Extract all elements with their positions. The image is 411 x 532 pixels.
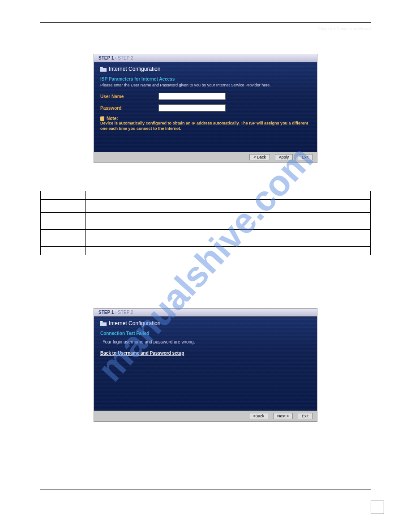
description-table: LABEL DESCRIPTION ISP Parameter for Inte…: [40, 191, 371, 255]
figure-1-caption: Figure 19 Connection Wizard: ISP Paramet…: [40, 44, 371, 49]
step-inactive: STEP 2: [118, 310, 133, 315]
isp-params-title: ISP Parameters for Internet Access: [100, 77, 311, 82]
back-button[interactable]: < Back: [249, 154, 270, 160]
fail-message: Your login username and password are wro…: [103, 339, 311, 344]
password-label: Password: [100, 106, 154, 111]
step-active: STEP 1: [98, 310, 114, 315]
password-input[interactable]: [158, 104, 226, 112]
panel-footer-1: < Back Apply Exit: [94, 152, 317, 163]
chapter-header: Chapter 4 Connection Wizard: [40, 26, 371, 31]
note-label: Note:: [100, 116, 311, 121]
folder-icon: [100, 321, 107, 326]
table-header-desc: DESCRIPTION: [86, 191, 371, 200]
wizard-steps: STEP 1 › STEP 2: [94, 54, 317, 62]
page-number: 61: [371, 501, 384, 514]
step-inactive: STEP 2: [118, 56, 133, 60]
panel-title: Internet Configuration: [100, 66, 311, 72]
step-sep: ›: [115, 310, 116, 315]
footer: P-2602HWNLI User's Guide: [40, 489, 371, 496]
back-button-2[interactable]: <Back: [249, 413, 268, 419]
table-row: Password Type the password associated wi…: [41, 221, 371, 230]
section-para: This screen appears when your login user…: [40, 279, 371, 292]
exit-button[interactable]: Exit: [298, 154, 313, 160]
step-active: STEP 1: [98, 56, 114, 60]
table-row: ISP Parameter for Internet Access: [41, 200, 371, 213]
username-label: User Name: [100, 94, 154, 99]
apply-button[interactable]: Apply: [275, 154, 293, 160]
table-row: Exit Click Exit to close the wizard scre…: [41, 247, 371, 255]
note-text: Device is automatically configured to ob…: [100, 121, 311, 131]
table-intro: The following table describes the labels…: [40, 172, 371, 177]
folder-icon: [100, 67, 107, 72]
wizard-panel-2: STEP 1 › STEP 2 Internet Configuration C…: [94, 308, 317, 422]
step-sep: ›: [115, 56, 116, 60]
wizard-panel-1: STEP 1 › STEP 2 Internet Configuration I…: [94, 54, 317, 163]
section-heading: 4.3.1 Connection Test Failed: [40, 266, 371, 273]
table-row: User Name Type the user name given to yo…: [41, 213, 371, 221]
panel-footer-2: <Back Next > Exit: [94, 411, 317, 421]
exit-button-2[interactable]: Exit: [298, 413, 313, 419]
note-icon: [100, 116, 105, 121]
panel-title-2: Internet Configuration: [100, 320, 311, 326]
table-row: Back Click Back to return to the previou…: [41, 230, 371, 238]
wizard-steps-2: STEP 1 › STEP 2: [94, 309, 317, 317]
username-input[interactable]: [158, 93, 226, 100]
next-button[interactable]: Next >: [273, 413, 293, 419]
table-caption: Table 9 Connection Wizard: ISP Parameter…: [40, 184, 371, 189]
footer-guide: P-2602HWNLI User's Guide: [40, 492, 90, 496]
isp-params-desc: Please enter the User Name and Password …: [100, 83, 311, 87]
figure-2-caption: Figure 20 Connection Wizard: Connection …: [40, 299, 371, 304]
table-header-label: LABEL: [41, 191, 86, 200]
back-to-setup-link[interactable]: Back to Username and Password setup: [100, 351, 184, 356]
test-failed-title: Connection Test Failed: [100, 331, 311, 336]
table-row: Apply Click Apply to save your changes b…: [41, 238, 371, 247]
